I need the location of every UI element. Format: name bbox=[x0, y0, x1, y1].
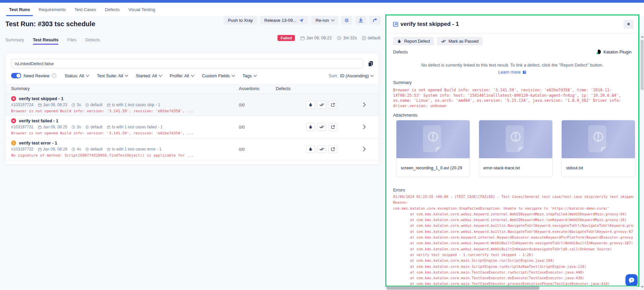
mark-passed-row-button[interactable] bbox=[317, 145, 326, 153]
help-chat-button[interactable]: ? bbox=[626, 274, 638, 286]
mark-as-passed-label: Mark as Passed bbox=[448, 39, 479, 44]
test-result-id: #103197732 bbox=[11, 147, 34, 152]
help-icon[interactable]: ? bbox=[52, 73, 56, 78]
nav-tab-test-cases[interactable]: Test Cases bbox=[75, 3, 96, 16]
vertical-scrollbar-thumb[interactable] bbox=[641, 40, 644, 90]
top-accent-bar bbox=[0, 0, 644, 3]
external-link-icon bbox=[331, 103, 335, 107]
tab-defects[interactable]: Defects bbox=[85, 35, 100, 44]
report-defect-row-button[interactable] bbox=[306, 101, 315, 109]
tab-summary[interactable]: Summary bbox=[5, 35, 24, 44]
open-external-row-button[interactable] bbox=[328, 101, 337, 109]
chevron-down-icon bbox=[254, 73, 257, 77]
summary-section-label: Summary bbox=[393, 80, 412, 85]
scroll-up-arrow-icon[interactable] bbox=[641, 36, 644, 38]
horizontal-scrollbar[interactable] bbox=[386, 286, 638, 290]
filter-custom-fields[interactable]: Custom Fields bbox=[202, 73, 234, 78]
release-button[interactable]: Release 13-09... bbox=[260, 16, 308, 25]
sort-dropdown[interactable]: Sort: ID (Ascending) bbox=[329, 73, 373, 78]
copy-query-button[interactable] bbox=[368, 61, 373, 67]
filter-profile[interactable]: Profile: All bbox=[170, 73, 194, 78]
download-button[interactable] bbox=[355, 16, 366, 25]
learn-more-link[interactable]: Learn more bbox=[386, 70, 638, 75]
result-profile: default bbox=[85, 102, 102, 107]
table-row[interactable]: ✕verify test failed - 1 #103197731 Jan 0… bbox=[6, 116, 379, 138]
mark-as-passed-button[interactable]: Mark as Passed bbox=[437, 37, 483, 45]
main-navbar: Test Runs Requirements Test Cases Defect… bbox=[0, 3, 644, 16]
attachment-name: screen_recording_1_0.avi (20.29 bbox=[396, 158, 470, 177]
result-error-message: No signature of method: Script1690774329… bbox=[11, 153, 239, 158]
filter-started[interactable]: Started: All bbox=[136, 73, 162, 78]
attachment-card[interactable]: stdout.txt bbox=[561, 120, 635, 177]
test-result-title: verify test error - 1 bbox=[19, 140, 57, 146]
push-to-xray-button[interactable]: Push to Xray bbox=[224, 16, 257, 25]
attachment-thumbnail bbox=[562, 120, 635, 158]
test-result-title: verify test skipped - 1 bbox=[19, 96, 63, 101]
chevron-right-icon[interactable] bbox=[363, 124, 366, 129]
double-check-icon bbox=[319, 125, 324, 129]
report-defect-row-button[interactable] bbox=[306, 123, 315, 131]
assertions-value: 0/0 bbox=[239, 103, 245, 108]
page-title: Test Run: #303 tsc schedule bbox=[5, 20, 95, 28]
horizontal-scrollbar-thumb[interactable] bbox=[386, 286, 540, 290]
attachment-card[interactable]: error-stack-trace.txt bbox=[479, 120, 553, 177]
result-profile: default bbox=[85, 147, 102, 152]
error-stack-trace: 01/09/2024 01:23:55 +00:00 - [TEST_CASE]… bbox=[393, 194, 634, 287]
column-defects: Defects bbox=[276, 86, 306, 91]
chevron-down-icon bbox=[232, 73, 235, 77]
report-defect-label: Report Defect bbox=[404, 39, 430, 44]
share-button[interactable] bbox=[370, 16, 380, 25]
mark-passed-row-button[interactable] bbox=[317, 101, 326, 109]
status-badge: Failed bbox=[277, 35, 295, 41]
sort-value: ID (Ascending) bbox=[340, 73, 369, 78]
run-status-meta: Failed Jan 09, 08:22 3m 32s default bbox=[235, 35, 380, 41]
scroll-down-arrow-icon[interactable] bbox=[641, 286, 644, 288]
test-result-title: verify test failed - 1 bbox=[19, 118, 58, 123]
panel-header: verify test skipped - 1 ✕ bbox=[386, 15, 638, 33]
table-row[interactable]: ✕verify test skipped - 1 #103197724 Jan … bbox=[6, 94, 379, 116]
nav-tab-requirements[interactable]: Requirements bbox=[39, 3, 66, 16]
report-defect-button[interactable]: Report Defect bbox=[393, 37, 434, 45]
run-profile: default bbox=[362, 36, 380, 40]
vertical-scrollbar[interactable] bbox=[640, 34, 644, 290]
need-review-toggle[interactable] bbox=[11, 73, 21, 78]
close-icon[interactable]: ✕ bbox=[624, 20, 634, 29]
calendar-icon bbox=[300, 36, 305, 40]
result-suite: ts with 1 test cases error - 1 bbox=[107, 147, 161, 152]
table-row[interactable]: !verify test error - 1 #103197732 Jan 09… bbox=[6, 138, 379, 160]
mark-passed-row-button[interactable] bbox=[317, 123, 326, 131]
chevron-right-icon[interactable] bbox=[363, 102, 366, 107]
search-input[interactable] bbox=[11, 59, 363, 68]
nav-tab-defects[interactable]: Defects bbox=[105, 3, 120, 16]
open-in-new-icon[interactable] bbox=[393, 22, 398, 27]
summary-error-text: Browser is not opened Build info: versio… bbox=[393, 88, 632, 109]
filter-toolbar: Need Review ? Status: All Test Suite: Al… bbox=[11, 73, 373, 78]
attachment-name: stdout.txt bbox=[562, 158, 635, 177]
filter-status[interactable]: Status: All bbox=[65, 73, 89, 78]
chevron-down-icon bbox=[191, 73, 194, 77]
result-profile: default bbox=[85, 125, 102, 129]
rerun-button[interactable]: Re-run bbox=[311, 16, 338, 25]
open-external-row-button[interactable] bbox=[328, 145, 337, 153]
open-external-row-button[interactable] bbox=[328, 123, 337, 131]
tab-files[interactable]: Files bbox=[67, 35, 76, 44]
attachments-section-label: Attachments bbox=[393, 113, 417, 118]
run-actions: Push to Xray Release 13-09... Re-run ⚙ bbox=[181, 16, 380, 25]
report-defect-row-button[interactable] bbox=[306, 145, 315, 153]
panel-title: verify test skipped - 1 bbox=[393, 21, 621, 28]
nav-tab-visual-testing[interactable]: Visual Testing bbox=[128, 3, 155, 16]
broken-preview-icon bbox=[504, 123, 528, 156]
filter-test-suite[interactable]: Test Suite: All bbox=[97, 73, 128, 78]
copy-icon bbox=[368, 61, 373, 67]
result-duration: 3s bbox=[72, 102, 81, 107]
nav-tab-test-runs[interactable]: Test Runs bbox=[9, 3, 30, 16]
attachment-card[interactable]: screen_recording_1_0.avi (20.29 bbox=[396, 120, 470, 177]
tab-test-results[interactable]: Test Results bbox=[33, 35, 58, 44]
release-label: Release 13-09... bbox=[264, 18, 296, 23]
filter-tags[interactable]: Tags bbox=[243, 73, 256, 78]
chevron-right-icon[interactable] bbox=[363, 147, 366, 152]
settings-button[interactable]: ⚙ bbox=[341, 16, 352, 25]
assertions-value: 0/0 bbox=[239, 125, 245, 130]
run-date: Jan 09, 08:22 bbox=[300, 36, 332, 40]
bug-icon bbox=[397, 39, 401, 43]
